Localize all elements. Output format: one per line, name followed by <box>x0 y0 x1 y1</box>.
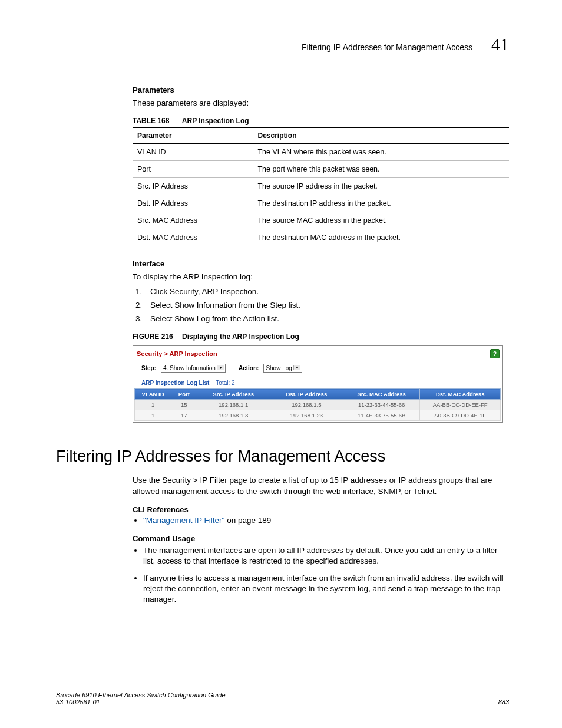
grid-header: Src. MAC Address <box>343 389 419 400</box>
interface-intro: To display the ARP Inspection log: <box>133 272 509 282</box>
running-header-title: Filtering IP Addresses for Management Ac… <box>302 42 472 52</box>
param-col-header: Parameter <box>133 128 253 144</box>
figure-caption: FIGURE 216 Displaying the ARP Inspection… <box>133 332 509 341</box>
parameter-table: Parameter Description VLAN IDThe VLAN wh… <box>133 127 509 246</box>
chapter-number: 41 <box>491 35 509 53</box>
figure-caption-label: FIGURE 216 <box>133 332 173 341</box>
cli-reference-link[interactable]: "Management IP Filter" <box>143 516 224 525</box>
grid-row: 1 15 192.168.1.1 192.168.1.5 11-22-33-44… <box>135 400 501 410</box>
section-title: Filtering IP Addresses for Management Ac… <box>56 447 509 466</box>
breadcrumb: Security > ARP Inspection <box>137 350 217 357</box>
table-row: Src. IP AddressThe source IP address in … <box>133 178 509 195</box>
grid-header: VLAN ID <box>135 389 171 400</box>
step-select[interactable]: 4. Show Information <box>161 364 226 373</box>
table-caption: TABLE 168 ARP Inspection Log <box>133 117 509 125</box>
cli-reference-item: "Management IP Filter" on page 189 <box>143 515 509 526</box>
log-list-title: ARP Inspection Log List <box>141 380 209 386</box>
log-list-title-row: ARP Inspection Log List Total: 2 <box>133 377 502 388</box>
step-label: Step: <box>141 365 156 371</box>
usage-item: If anyone tries to access a management i… <box>143 573 509 605</box>
page-footer: Brocade 6910 Ethernet Access Switch Conf… <box>56 691 509 706</box>
table-caption-label: TABLE 168 <box>133 117 169 125</box>
parameters-intro: These parameters are displayed: <box>133 98 509 108</box>
table-row: Src. MAC AddressThe source MAC address i… <box>133 212 509 229</box>
screenshot-panel: Security > ARP Inspection ? Step: 4. Sho… <box>133 345 503 423</box>
step-item: Select Show Log from the Action list. <box>144 314 509 323</box>
action-label: Action: <box>239 365 259 371</box>
help-icon[interactable]: ? <box>490 349 500 358</box>
table-row: Dst. IP AddressThe destination IP addres… <box>133 195 509 212</box>
section-intro: Use the Security > IP Filter page to cre… <box>133 475 509 496</box>
log-list-total: Total: 2 <box>216 380 234 386</box>
grid-header: Dst. MAC Address <box>420 389 501 400</box>
footer-book-title: Brocade 6910 Ethernet Access Switch Conf… <box>56 691 226 699</box>
figure-caption-title: Displaying the ARP Inspection Log <box>182 332 299 341</box>
grid-header: Dst. IP Address <box>270 389 343 400</box>
desc-col-header: Description <box>253 128 509 144</box>
footer-doc-number: 53-1002581-01 <box>56 699 226 706</box>
steps-list: Click Security, ARP Inspection. Select S… <box>133 287 509 323</box>
parameters-heading: Parameters <box>133 85 509 94</box>
cli-reference-suffix: on page 189 <box>224 516 271 525</box>
table-caption-title: ARP Inspection Log <box>182 117 249 125</box>
grid-row: 1 17 192.168.1.3 192.168.1.23 11-4E-33-7… <box>135 410 501 421</box>
table-row: Dst. MAC AddressThe destination MAC addr… <box>133 229 509 246</box>
step-item: Select Show Information from the Step li… <box>144 301 509 309</box>
table-row: PortThe port where this packet was seen. <box>133 161 509 178</box>
action-select[interactable]: Show Log <box>263 364 302 373</box>
step-item: Click Security, ARP Inspection. <box>144 287 509 296</box>
command-usage-heading: Command Usage <box>133 534 509 543</box>
running-header: Filtering IP Addresses for Management Ac… <box>56 35 509 53</box>
log-grid: VLAN ID Port Src. IP Address Dst. IP Add… <box>134 388 501 421</box>
footer-page-number: 883 <box>498 699 509 706</box>
interface-heading: Interface <box>133 259 509 268</box>
usage-item: The management interfaces are open to al… <box>143 545 509 566</box>
grid-header: Src. IP Address <box>197 389 270 400</box>
cli-references-heading: CLI References <box>133 505 509 514</box>
table-row: VLAN IDThe VLAN where this packet was se… <box>133 144 509 161</box>
grid-header: Port <box>171 389 197 400</box>
